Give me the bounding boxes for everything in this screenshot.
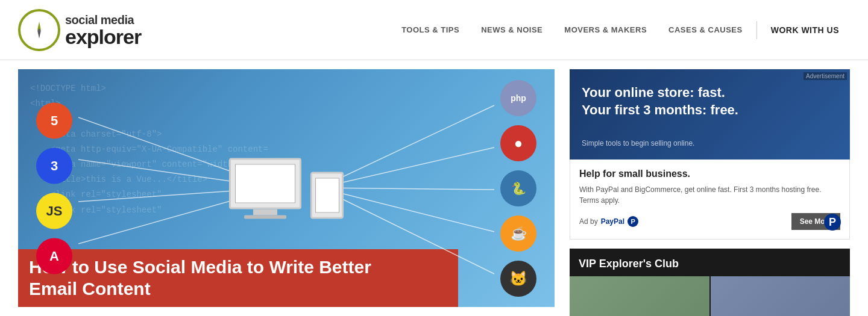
vip-title: VIP Explorer's Club	[579, 258, 841, 270]
ruby-icon: ●	[500, 125, 536, 161]
js-icon: JS	[36, 193, 72, 229]
nav-news-noise[interactable]: NEWS & NOISE	[470, 25, 553, 34]
tech-icons-right: php ● 🐍 ☕ 🐱	[500, 80, 536, 297]
logo-brand-top: social media	[65, 13, 141, 26]
logo-brand-bottom: explorer	[65, 26, 141, 47]
ad-desc-text: With PayPal and BigCommerce, get online …	[579, 184, 840, 206]
github-icon: 🐱	[500, 261, 536, 297]
svg-point-3	[38, 29, 40, 31]
paypal-logo: P	[824, 214, 841, 231]
svg-marker-1	[37, 22, 41, 30]
nav-cases-causes[interactable]: CASES & CAUSES	[658, 25, 753, 34]
vip-images	[570, 276, 850, 316]
ad-block: Advertisement Your online store: fast.Yo…	[570, 69, 850, 240]
ad-footer: Ad by PayPal P See More	[579, 213, 840, 230]
php-icon: php	[500, 80, 536, 116]
svg-line-10	[319, 188, 494, 190]
svg-line-9	[319, 147, 494, 188]
monitor-device	[229, 158, 301, 218]
ad-inner: Advertisement Your online store: fast.Yo…	[570, 69, 850, 160]
logo[interactable]: social media explorer	[18, 9, 141, 51]
hero-image: <!DOCTYPE html> <html> <head> <meta char…	[18, 69, 555, 307]
logo-circle	[18, 9, 60, 51]
sidebar: Advertisement Your online store: fast.Yo…	[555, 69, 850, 316]
svg-line-8	[319, 105, 494, 188]
nav-tools-tips[interactable]: TOOLS & TIPS	[391, 25, 470, 34]
content-area: <!DOCTYPE html> <html> <head> <meta char…	[0, 60, 868, 316]
ad-desc-title: Help for small business.	[579, 169, 840, 179]
site-header: social media explorer TOOLS & TIPS NEWS …	[0, 0, 868, 60]
svg-line-11	[319, 188, 494, 232]
nav-work-with-us[interactable]: WORK WITH US	[760, 25, 850, 35]
ad-headline: Your online store: fast.Your first 3 mon…	[582, 84, 838, 119]
nav-movers-makers[interactable]: MOVERS & MAKERS	[553, 25, 658, 34]
ad-by: Ad by PayPal P	[579, 216, 638, 227]
paypal-small-logo: P	[627, 216, 638, 227]
main-article: <!DOCTYPE html> <html> <head> <meta char…	[18, 69, 555, 316]
tech-icons-left: 5 3 JS A	[36, 102, 72, 274]
vip-image-2	[711, 276, 851, 316]
logo-text: social media explorer	[65, 13, 141, 47]
java-icon: ☕	[500, 215, 536, 252]
svg-line-12	[319, 188, 494, 274]
vip-block: VIP Explorer's Club	[570, 249, 850, 316]
python-icon: 🐍	[500, 170, 536, 206]
ad-description: Help for small business. With PayPal and…	[570, 160, 850, 240]
ad-subtext: Simple tools to begin selling online.	[582, 139, 838, 147]
paypal-p-logo: P	[824, 214, 841, 231]
tablet-device	[310, 172, 344, 218]
vip-image-1	[570, 276, 709, 316]
css3-icon: 3	[36, 147, 72, 184]
ad-label: Advertisement	[804, 72, 847, 80]
nav-divider	[756, 21, 757, 39]
main-nav: TOOLS & TIPS NEWS & NOISE MOVERS & MAKER…	[391, 21, 850, 39]
compass-icon	[28, 19, 51, 42]
svg-marker-2	[37, 30, 41, 39]
center-devices	[229, 158, 344, 218]
vip-header: VIP Explorer's Club	[570, 249, 850, 276]
html5-icon: 5	[36, 102, 72, 138]
angular-icon: A	[36, 238, 72, 274]
